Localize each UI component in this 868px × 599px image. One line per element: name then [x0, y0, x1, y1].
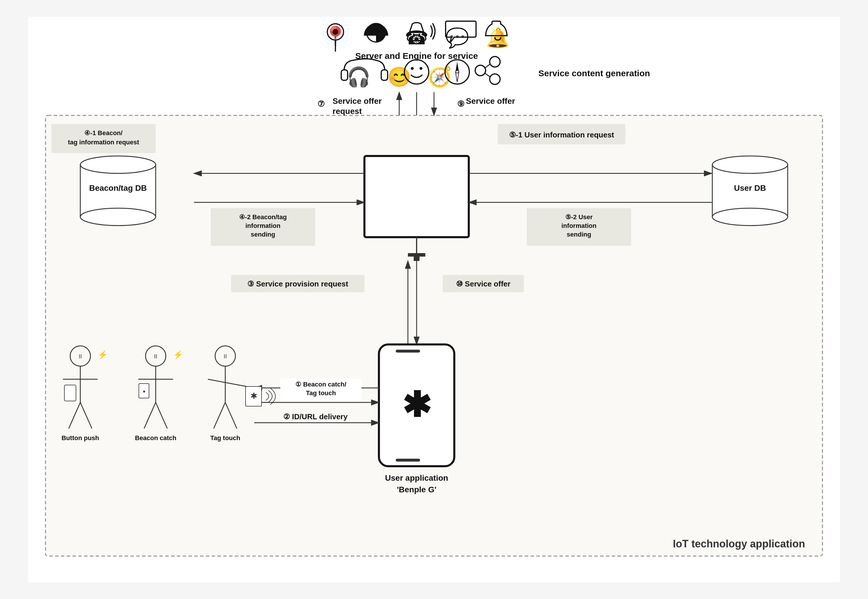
svg-rect-107 — [381, 70, 388, 80]
svg-rect-66 — [231, 275, 364, 292]
svg-point-25 — [712, 156, 788, 173]
svg-text:😊: 😊 — [387, 66, 411, 89]
svg-rect-68 — [443, 275, 524, 292]
svg-point-111 — [445, 60, 469, 84]
svg-marker-113 — [456, 72, 459, 82]
svg-text:⑩ Service offer: ⑩ Service offer — [456, 280, 510, 288]
svg-text:① Beacon catch/: ① Beacon catch/ — [295, 381, 346, 388]
svg-rect-53 — [498, 124, 625, 144]
svg-point-4 — [364, 24, 388, 48]
svg-text:II: II — [154, 353, 157, 360]
svg-text:☎: ☎ — [405, 27, 429, 48]
svg-line-86 — [144, 402, 156, 429]
svg-text:'Benple G': 'Benple G' — [397, 485, 436, 494]
svg-text:⑨: ⑨ — [457, 99, 465, 108]
svg-text:User DB: User DB — [734, 184, 766, 193]
svg-point-74 — [70, 346, 90, 366]
svg-point-21 — [80, 156, 156, 173]
svg-point-13 — [490, 57, 500, 67]
svg-rect-55 — [527, 208, 631, 246]
svg-point-110 — [420, 67, 423, 70]
svg-text:Beacon/tag DB: Beacon/tag DB — [89, 184, 147, 193]
svg-line-96 — [225, 402, 237, 429]
svg-line-78 — [69, 402, 80, 429]
svg-text:✱: ✱ — [402, 385, 432, 424]
svg-line-15 — [485, 64, 490, 68]
svg-text:③ Service provision request: ③ Service provision request — [247, 280, 348, 288]
svg-rect-38 — [396, 350, 420, 352]
svg-text:⑦: ⑦ — [317, 99, 325, 108]
svg-text:sending: sending — [567, 231, 591, 238]
svg-rect-20 — [80, 165, 156, 217]
svg-text:User application: User application — [385, 474, 448, 482]
svg-line-16 — [485, 73, 490, 77]
svg-point-26 — [712, 208, 788, 226]
svg-text:request: request — [332, 107, 362, 116]
svg-rect-34 — [414, 257, 420, 261]
svg-text:Tag touch: Tag touch — [210, 434, 240, 442]
svg-text:tag information request: tag information request — [68, 138, 139, 146]
svg-text:📍: 📍 — [322, 25, 349, 50]
svg-text:② ID/URL delivery: ② ID/URL delivery — [283, 412, 348, 421]
svg-rect-39 — [396, 459, 420, 462]
service-content-label: Service content generation — [539, 68, 650, 78]
svg-text:●: ● — [143, 389, 146, 394]
svg-rect-5 — [364, 36, 388, 48]
svg-point-104 — [332, 29, 338, 35]
svg-text:Service offer: Service offer — [466, 96, 515, 105]
svg-point-22 — [80, 208, 156, 226]
svg-rect-24 — [712, 165, 788, 217]
svg-rect-19 — [364, 156, 469, 237]
svg-point-82 — [146, 346, 166, 366]
svg-text:④-1 Beacon/: ④-1 Beacon/ — [84, 129, 122, 137]
svg-text:⚡: ⚡ — [173, 350, 183, 360]
svg-rect-46 — [51, 124, 156, 153]
svg-text:Service offer: Service offer — [332, 96, 382, 105]
svg-rect-97 — [245, 387, 262, 406]
svg-line-87 — [156, 402, 167, 429]
svg-rect-37 — [379, 345, 454, 466]
svg-rect-106 — [341, 70, 348, 80]
svg-point-109 — [411, 67, 414, 70]
svg-text:II: II — [224, 353, 227, 360]
svg-rect-70 — [280, 379, 361, 402]
svg-text:Button push: Button push — [62, 434, 99, 442]
svg-rect-81 — [65, 385, 76, 401]
svg-marker-112 — [456, 62, 459, 72]
svg-line-94 — [208, 379, 254, 388]
svg-text:sending: sending — [251, 231, 275, 238]
svg-text:information: information — [561, 222, 597, 229]
svg-text:🎧: 🎧 — [347, 66, 371, 89]
svg-text:Beacon catch: Beacon catch — [135, 434, 176, 442]
svg-point-91 — [215, 346, 235, 366]
diagram-container: 📍 ☎ 💬 🔔 Server and Engine for service 🎧 … — [28, 17, 840, 582]
svg-text:IoT technology application: IoT technology application — [673, 538, 805, 550]
svg-text:II: II — [78, 353, 82, 360]
svg-line-95 — [214, 402, 225, 429]
svg-point-108 — [405, 60, 429, 84]
svg-text:✱: ✱ — [250, 391, 257, 400]
svg-text:🧭: 🧭 — [428, 66, 452, 89]
svg-text:Tag touch: Tag touch — [306, 389, 336, 397]
svg-point-105 — [367, 24, 385, 42]
server-label: Server and Engine for service — [355, 51, 478, 60]
svg-text:④-2 Beacon/tag: ④-2 Beacon/tag — [239, 214, 287, 221]
svg-rect-18 — [45, 115, 823, 556]
svg-text:information: information — [245, 222, 281, 229]
svg-point-103 — [327, 24, 343, 40]
svg-point-14 — [490, 74, 500, 84]
svg-rect-33 — [408, 253, 425, 257]
svg-line-79 — [80, 402, 92, 429]
svg-point-12 — [475, 65, 486, 76]
svg-text:⚡: ⚡ — [98, 350, 108, 360]
svg-rect-49 — [211, 208, 315, 246]
svg-rect-89 — [139, 384, 149, 398]
svg-text:🔔: 🔔 — [486, 26, 510, 49]
svg-text:💬: 💬 — [445, 26, 469, 49]
svg-text:⑤-1 User information request: ⑤-1 User information request — [509, 131, 614, 139]
svg-text:⑤-2 User: ⑤-2 User — [565, 214, 593, 221]
